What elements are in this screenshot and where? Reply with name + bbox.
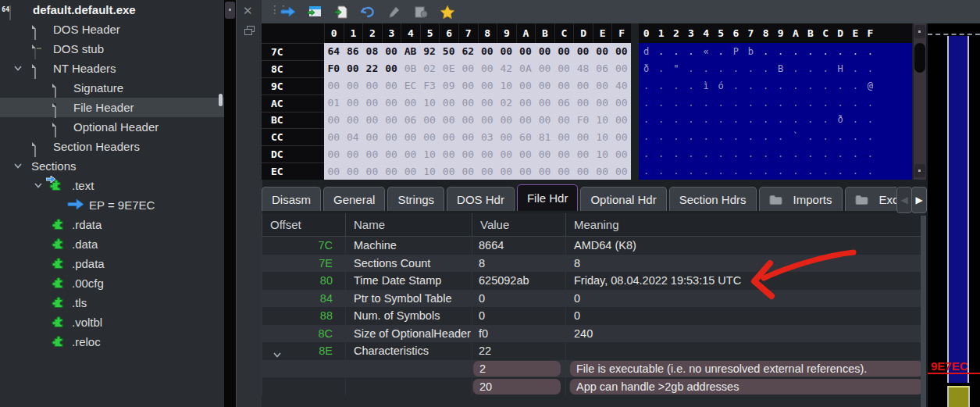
hex-byte[interactable]: 00 — [382, 77, 401, 95]
chevron-down-icon[interactable] — [34, 183, 42, 188]
ascii-char[interactable]: . — [773, 77, 788, 95]
hex-byte[interactable]: 00 — [535, 145, 554, 162]
hex-byte[interactable]: 00 — [382, 112, 401, 129]
hex-byte[interactable]: 00 — [554, 162, 574, 180]
ascii-char[interactable]: . — [683, 112, 698, 129]
ascii-char[interactable]: . — [714, 162, 729, 180]
hex-byte[interactable]: 00 — [516, 145, 536, 162]
hex-byte[interactable]: 62 — [458, 43, 478, 60]
hex-byte[interactable]: F3 — [420, 77, 440, 95]
hex-byte[interactable]: 10 — [593, 128, 612, 145]
hex-byte[interactable]: 00 — [382, 95, 401, 112]
ascii-char[interactable]: . — [863, 112, 878, 129]
ascii-char[interactable]: . — [699, 95, 714, 112]
hex-byte[interactable]: 00 — [593, 95, 612, 112]
hex-byte[interactable]: 00 — [573, 95, 593, 112]
ascii-char[interactable]: . — [773, 145, 788, 162]
hex-byte[interactable]: 00 — [535, 43, 554, 60]
hex-byte[interactable]: 92 — [420, 43, 440, 60]
ascii-char[interactable]: . — [758, 128, 773, 145]
table-header-offset[interactable]: Offset — [262, 213, 345, 236]
hex-byte[interactable]: 00 — [554, 128, 574, 145]
ascii-char[interactable]: . — [848, 162, 863, 180]
hex-byte[interactable]: 64 — [324, 43, 344, 60]
hex-byte[interactable]: 10 — [420, 145, 440, 162]
ascii-char[interactable]: . — [848, 60, 863, 77]
hex-byte[interactable]: 00 — [535, 162, 554, 180]
hex-byte[interactable]: 00 — [401, 128, 420, 145]
ascii-char[interactable]: . — [683, 162, 698, 180]
ascii-panel[interactable]: 0123456789ABCDEF d...«.Pb........ð."....… — [639, 23, 912, 180]
ascii-char[interactable]: . — [639, 145, 654, 162]
hex-byte[interactable]: 00 — [382, 43, 401, 60]
table-row[interactable]: 88Num. of Symbols00 — [262, 307, 925, 325]
float-panel-icon[interactable] — [244, 25, 255, 38]
hex-byte[interactable]: 00 — [554, 145, 574, 162]
hex-byte[interactable]: 00 — [344, 162, 363, 180]
hex-byte[interactable]: 00 — [382, 162, 401, 180]
hex-byte[interactable]: 42 — [497, 60, 516, 77]
ascii-char[interactable]: . — [848, 77, 863, 95]
tree-item-tls[interactable]: .tls — [0, 293, 224, 312]
hex-byte[interactable]: 06 — [401, 112, 420, 129]
ascii-char[interactable]: . — [668, 43, 683, 60]
ascii-char[interactable]: . — [833, 95, 848, 112]
hex-byte[interactable]: 04 — [344, 128, 363, 145]
ascii-char[interactable]: . — [863, 60, 878, 77]
hex-byte[interactable]: 00 — [478, 43, 497, 60]
characteristic-subrow[interactable]: 20App can handle >2gb addresses — [262, 377, 925, 395]
tab-dos-hdr[interactable]: DOS Hdr — [447, 187, 515, 211]
ascii-char[interactable]: . — [788, 112, 803, 129]
ascii-char[interactable]: . — [743, 95, 758, 112]
hex-byte[interactable]: 00 — [535, 77, 554, 95]
ascii-char[interactable]: . — [833, 145, 848, 162]
hex-byte[interactable]: 0A — [516, 60, 536, 77]
ascii-char[interactable]: . — [683, 43, 698, 60]
hex-byte[interactable]: 10 — [420, 95, 440, 112]
ascii-char[interactable]: . — [788, 95, 803, 112]
tree-item-text[interactable]: .text — [0, 176, 224, 195]
ascii-char[interactable]: . — [818, 77, 833, 95]
ascii-char[interactable]: . — [818, 60, 833, 77]
tabs-scroll-right-button[interactable]: ▶ — [911, 187, 927, 213]
hex-byte[interactable]: 00 — [324, 162, 344, 180]
ascii-char[interactable]: . — [743, 112, 758, 129]
ascii-char[interactable]: . — [714, 128, 729, 145]
hex-byte[interactable]: 00 — [535, 95, 554, 112]
tree-item-pdata[interactable]: .pdata — [0, 254, 224, 273]
ascii-char[interactable]: . — [714, 60, 729, 77]
ascii-char[interactable]: . — [654, 145, 668, 162]
file-layout-visualization[interactable]: 9E7EC — [928, 23, 980, 407]
hex-byte[interactable]: 00 — [458, 128, 478, 145]
ascii-char[interactable]: . — [639, 162, 654, 180]
hex-byte[interactable]: 00 — [478, 95, 497, 112]
table-row[interactable]: 8CSize of OptionalHeaderf0240 — [262, 325, 925, 343]
ascii-char[interactable]: . — [668, 145, 683, 162]
hex-byte[interactable]: 00 — [611, 162, 631, 180]
table-row[interactable]: 84Ptr to Symbol Table00 — [262, 290, 925, 308]
ascii-char[interactable]: . — [803, 95, 818, 112]
ascii-char[interactable]: . — [773, 43, 788, 60]
tree-item-nt-headers[interactable]: NT Headers — [0, 59, 224, 78]
hex-dump-panel[interactable]: 0123456789ABCDEF 7C8C9CACBCCCDCEC 648608… — [262, 23, 631, 180]
ascii-char[interactable]: . — [788, 145, 803, 162]
hex-byte[interactable]: 00 — [382, 128, 401, 145]
ascii-char[interactable]: . — [699, 145, 714, 162]
tabs-scroll-left-button[interactable]: ◀ — [896, 187, 912, 213]
ascii-char[interactable]: . — [803, 145, 818, 162]
tree-item-voltbl[interactable]: .voltbl — [0, 312, 224, 332]
hex-byte[interactable]: 00 — [382, 60, 401, 77]
hex-byte[interactable]: 00 — [458, 77, 478, 95]
hex-byte[interactable]: AB — [401, 43, 420, 60]
hex-byte[interactable]: 10 — [497, 77, 516, 95]
hex-byte[interactable]: 00 — [439, 162, 458, 180]
hex-byte[interactable]: 00 — [554, 60, 574, 77]
favorite-star-icon[interactable] — [438, 2, 457, 21]
hex-byte[interactable]: 00 — [344, 145, 363, 162]
ascii-char[interactable]: . — [848, 43, 863, 60]
tree-item-dos-header[interactable]: DOS Header — [0, 20, 224, 39]
ascii-char[interactable]: . — [699, 112, 714, 129]
hex-byte[interactable]: 10 — [420, 162, 440, 180]
hex-byte[interactable]: 00 — [382, 145, 401, 162]
hex-byte[interactable]: 22 — [362, 60, 382, 77]
